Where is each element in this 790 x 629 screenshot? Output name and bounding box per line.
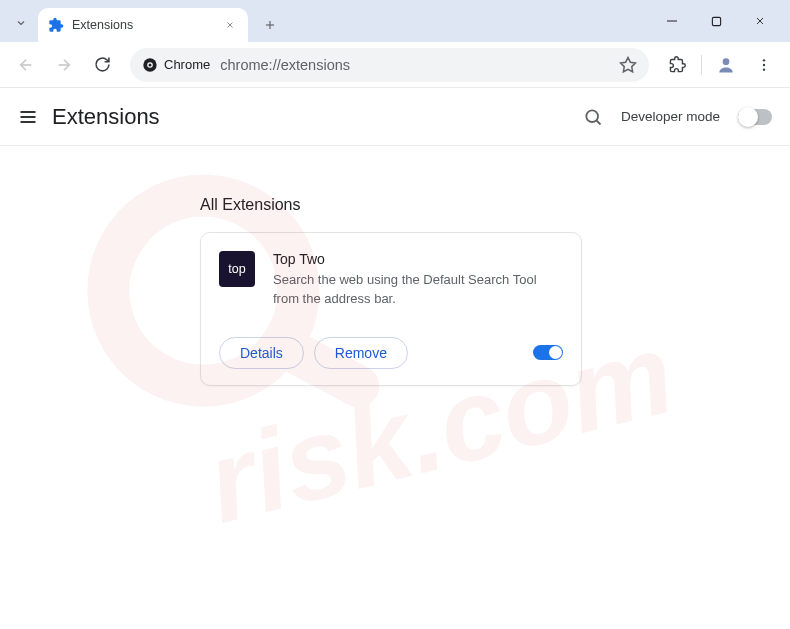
site-chip[interactable]: Chrome	[142, 57, 210, 73]
svg-marker-13	[621, 57, 636, 71]
search-icon	[583, 107, 603, 127]
forward-button[interactable]	[48, 49, 80, 81]
svg-point-21	[586, 110, 598, 122]
puzzle-icon	[669, 56, 686, 73]
arrow-left-icon	[17, 56, 35, 74]
extension-icon: top	[219, 251, 255, 287]
profile-button[interactable]	[710, 49, 742, 81]
browser-titlebar: Extensions	[0, 0, 790, 42]
hamburger-icon	[18, 107, 38, 127]
search-button[interactable]	[583, 107, 603, 127]
minimize-button[interactable]	[650, 6, 694, 36]
svg-point-16	[763, 63, 765, 65]
developer-mode-label: Developer mode	[621, 109, 720, 124]
url-text: chrome://extensions	[220, 57, 609, 73]
extensions-header: Extensions Developer mode	[0, 88, 790, 146]
close-icon	[754, 15, 766, 27]
arrow-right-icon	[55, 56, 73, 74]
avatar-icon	[716, 55, 736, 75]
maximize-button[interactable]	[694, 6, 738, 36]
kebab-icon	[756, 57, 772, 73]
svg-point-12	[148, 63, 151, 66]
chevron-down-icon	[15, 17, 27, 29]
details-button[interactable]: Details	[219, 337, 304, 369]
reload-icon	[94, 56, 111, 73]
svg-point-17	[763, 68, 765, 70]
tab-title: Extensions	[72, 18, 214, 32]
bookmark-button[interactable]	[619, 56, 637, 74]
extension-description: Search the web using the Default Search …	[273, 271, 563, 309]
chrome-logo-icon	[142, 57, 158, 73]
close-icon	[225, 20, 235, 30]
svg-point-14	[723, 58, 730, 65]
tab-search-button[interactable]	[4, 6, 38, 40]
chrome-menu-button[interactable]	[748, 49, 780, 81]
close-window-button[interactable]	[738, 6, 782, 36]
extensions-menu-button[interactable]	[661, 49, 693, 81]
extension-name: Top Two	[273, 251, 563, 267]
site-chip-label: Chrome	[164, 57, 210, 72]
extension-card: top Top Two Search the web using the Def…	[200, 232, 582, 386]
browser-toolbar: Chrome chrome://extensions	[0, 42, 790, 88]
reload-button[interactable]	[86, 49, 118, 81]
developer-mode-toggle[interactable]	[738, 109, 772, 125]
svg-rect-5	[712, 17, 720, 25]
new-tab-button[interactable]	[256, 11, 284, 39]
address-bar[interactable]: Chrome chrome://extensions	[130, 48, 649, 82]
back-button[interactable]	[10, 49, 42, 81]
extension-puzzle-icon	[48, 17, 64, 33]
menu-button[interactable]	[18, 107, 38, 127]
maximize-icon	[711, 16, 722, 27]
section-title: All Extensions	[200, 196, 790, 214]
remove-button[interactable]: Remove	[314, 337, 408, 369]
svg-point-15	[763, 59, 765, 61]
minimize-icon	[666, 15, 678, 27]
tab-close-button[interactable]	[222, 17, 238, 33]
page-title: Extensions	[52, 104, 160, 130]
divider	[701, 55, 702, 75]
window-controls	[650, 0, 782, 42]
extensions-content: All Extensions top Top Two Search the we…	[0, 146, 790, 386]
svg-line-22	[596, 120, 600, 124]
star-icon	[619, 56, 637, 74]
plus-icon	[263, 18, 277, 32]
extension-enable-toggle[interactable]	[533, 345, 563, 360]
browser-tab[interactable]: Extensions	[38, 8, 248, 42]
